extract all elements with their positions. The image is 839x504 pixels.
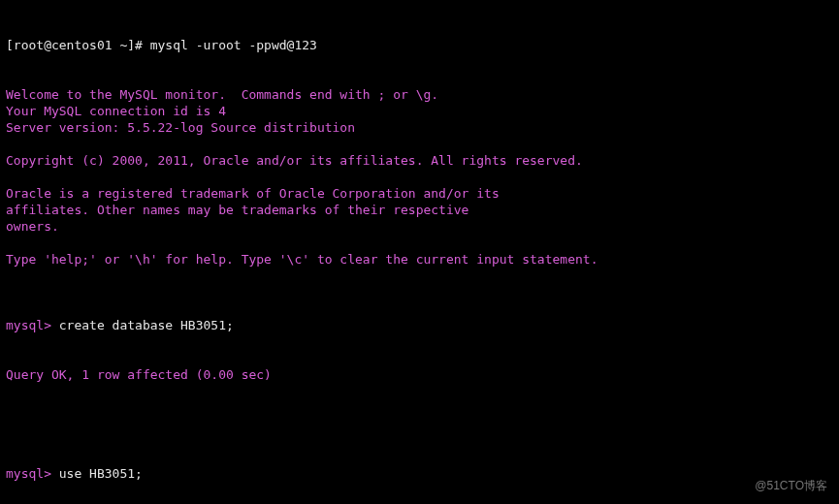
shell-prompt: [root@centos01 ~]# <box>6 38 150 52</box>
blank-line <box>6 416 833 432</box>
banner-line: affiliates. Other names may be trademark… <box>6 202 833 218</box>
shell-command: mysql -uroot -ppwd@123 <box>150 38 317 52</box>
banner-line: Server version: 5.5.22-log Source distri… <box>6 119 833 136</box>
banner-line: Type 'help;' or '\h' for help. Type '\c'… <box>6 251 833 268</box>
mysql-line-create-db: mysql> create database HB3051; <box>6 317 833 333</box>
banner-line <box>6 136 833 152</box>
banner-line <box>6 235 833 251</box>
banner-line <box>6 268 833 284</box>
banner-line: Welcome to the MySQL monitor. Commands e… <box>6 86 833 103</box>
mysql-prompt: mysql> <box>6 318 59 332</box>
banner-line: Oracle is a registered trademark of Orac… <box>6 185 833 202</box>
shell-prompt-line: [root@centos01 ~]# mysql -uroot -ppwd@12… <box>6 37 833 53</box>
banner-line: owners. <box>6 218 833 235</box>
sql-create-database: create database HB3051; <box>59 318 234 332</box>
banner-line <box>6 169 833 185</box>
mysql-line-use-db: mysql> use HB3051; <box>6 465 833 482</box>
watermark: @51CTO博客 <box>755 478 827 494</box>
sql-use-database: use HB3051; <box>59 466 143 481</box>
banner-line: Your MySQL connection id is 4 <box>6 103 833 119</box>
resp-create-db: Query OK, 1 row affected (0.00 sec) <box>6 366 833 383</box>
banner-line: Copyright (c) 2000, 2011, Oracle and/or … <box>6 152 833 169</box>
terminal[interactable]: [root@centos01 ~]# mysql -uroot -ppwd@12… <box>0 0 839 504</box>
mysql-prompt: mysql> <box>6 466 59 481</box>
mysql-banner: Welcome to the MySQL monitor. Commands e… <box>6 86 833 284</box>
